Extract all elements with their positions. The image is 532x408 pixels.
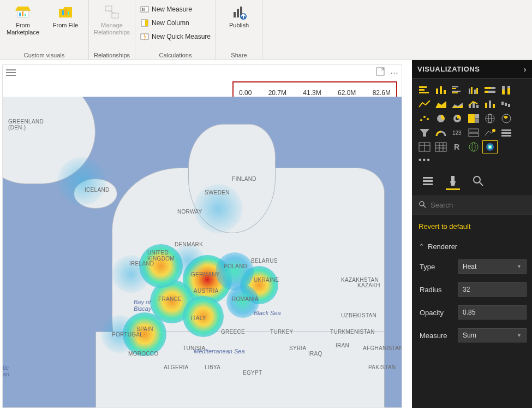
viz-waterfall-icon[interactable] bbox=[499, 98, 513, 110]
measure-dropdown[interactable]: Sum ▼ bbox=[458, 328, 527, 342]
viz-map-icon[interactable] bbox=[483, 113, 497, 125]
viz-multi-card-icon[interactable] bbox=[467, 127, 481, 139]
from-file-button[interactable]: From File bbox=[46, 2, 85, 30]
svg-rect-38 bbox=[485, 91, 488, 93]
viz-gauge-icon[interactable] bbox=[434, 127, 448, 139]
svg-rect-32 bbox=[471, 87, 473, 94]
canvas-area: ⋯ 0.00 20.7M 41.3M 62.0M 82.6M bbox=[0, 60, 412, 408]
svg-rect-44 bbox=[473, 102, 475, 108]
viz-stacked-column-icon[interactable] bbox=[434, 84, 448, 96]
more-options-icon[interactable]: ⋯ bbox=[390, 68, 398, 78]
viz-placeholder4-icon[interactable] bbox=[516, 127, 530, 139]
format-tab-icon[interactable] bbox=[447, 175, 459, 187]
opacity-value: 0.85 bbox=[463, 309, 475, 316]
viz-clustered-column-icon[interactable] bbox=[467, 84, 481, 96]
viz-scatter-icon[interactable] bbox=[417, 113, 432, 125]
map-label: GREECE bbox=[221, 329, 245, 335]
viz-line-column-icon[interactable] bbox=[467, 98, 481, 110]
group-label-share: Share bbox=[219, 51, 259, 58]
measure-icon bbox=[140, 5, 149, 14]
new-quick-measure-button[interactable]: New Quick Measure bbox=[139, 31, 212, 43]
viz-table-icon[interactable] bbox=[417, 141, 432, 153]
viz-placeholder-icon[interactable] bbox=[516, 84, 530, 96]
svg-rect-31 bbox=[469, 88, 470, 94]
map-label: TURKEY bbox=[270, 329, 293, 335]
viz-ribbon-icon[interactable] bbox=[483, 98, 497, 110]
visualizations-header[interactable]: VISUALIZATIONS › bbox=[412, 60, 532, 79]
viz-card-icon[interactable]: 123 bbox=[450, 127, 464, 139]
type-dropdown[interactable]: Heat ▼ bbox=[458, 259, 527, 274]
viz-100-stacked-bar-icon[interactable] bbox=[483, 84, 497, 96]
opacity-input[interactable]: 0.85 bbox=[458, 305, 527, 320]
legend-tick: 20.7M bbox=[268, 89, 286, 97]
map-label: SWEDEN bbox=[205, 190, 230, 196]
viz-r-icon[interactable]: R bbox=[450, 141, 464, 153]
viz-placeholder3-icon[interactable] bbox=[516, 113, 530, 125]
workspace: ⋯ 0.00 20.7M 41.3M 62.0M 82.6M bbox=[0, 60, 532, 408]
legend-tick: 0.00 bbox=[239, 89, 252, 97]
map-label: AUSTRIA bbox=[194, 288, 218, 294]
publish-label: Publish bbox=[229, 22, 249, 29]
map-label: IRELAND bbox=[129, 261, 154, 267]
viz-area-icon[interactable] bbox=[434, 98, 448, 110]
svg-rect-12 bbox=[144, 8, 145, 11]
search-input[interactable] bbox=[431, 201, 525, 209]
svg-rect-21 bbox=[419, 86, 427, 88]
section-renderer[interactable]: ⌃ Renderer bbox=[412, 238, 532, 255]
viz-kpi-icon[interactable] bbox=[483, 127, 497, 139]
analytics-tab-icon[interactable] bbox=[472, 175, 484, 187]
new-quick-measure-label: New Quick Measure bbox=[152, 33, 211, 40]
viz-arcgis-icon[interactable] bbox=[467, 141, 481, 153]
prop-opacity: Opacity 0.85 bbox=[412, 301, 532, 324]
publish-button[interactable]: Publish bbox=[219, 2, 259, 30]
viz-stacked-area-icon[interactable] bbox=[450, 98, 464, 110]
viz-custom-heatmap-icon[interactable] bbox=[483, 141, 497, 153]
map-visual-frame[interactable]: ⋯ 0.00 20.7M 41.3M 62.0M 82.6M bbox=[2, 64, 402, 408]
viz-pie-icon[interactable] bbox=[434, 113, 448, 125]
sea-label: Black Sea bbox=[254, 310, 281, 316]
new-column-button[interactable]: New Column bbox=[139, 17, 212, 29]
viz-100-stacked-column-icon[interactable] bbox=[499, 84, 513, 96]
fields-tab-icon[interactable] bbox=[422, 175, 434, 187]
svg-point-90 bbox=[474, 176, 480, 183]
svg-rect-60 bbox=[475, 119, 479, 123]
svg-rect-26 bbox=[444, 90, 446, 94]
svg-point-85 bbox=[489, 146, 491, 148]
viz-more-icon[interactable]: ••• bbox=[412, 155, 532, 168]
viz-treemap-icon[interactable] bbox=[467, 113, 481, 125]
viz-matrix-icon[interactable] bbox=[434, 141, 448, 153]
svg-rect-23 bbox=[419, 92, 429, 93]
from-marketplace-button[interactable]: From Marketplace bbox=[3, 2, 43, 37]
svg-rect-59 bbox=[475, 114, 479, 119]
viz-funnel-icon[interactable] bbox=[417, 127, 432, 139]
svg-rect-34 bbox=[476, 88, 478, 94]
manage-relationships-button[interactable]: Manage Relationships bbox=[92, 2, 131, 37]
viz-placeholder2-icon[interactable] bbox=[516, 98, 530, 110]
new-measure-button[interactable]: New Measure bbox=[139, 3, 212, 15]
svg-rect-71 bbox=[501, 135, 511, 137]
viz-donut-icon[interactable] bbox=[450, 113, 464, 125]
map-label: TURKMENISTAN bbox=[330, 329, 375, 335]
ribbon-group-custom-visuals: From Marketplace From File Custom visual… bbox=[0, 0, 89, 60]
focus-mode-icon[interactable] bbox=[376, 67, 385, 78]
hamburger-icon[interactable] bbox=[6, 69, 16, 76]
viz-slicer-icon[interactable] bbox=[499, 127, 513, 139]
group-label-custom-visuals: Custom visuals bbox=[3, 51, 85, 58]
svg-point-53 bbox=[423, 116, 426, 118]
viz-line-icon[interactable] bbox=[417, 98, 432, 110]
svg-rect-70 bbox=[501, 132, 511, 134]
viz-filled-map-icon[interactable] bbox=[499, 113, 513, 125]
legend-tick: 41.3M bbox=[303, 89, 321, 97]
heatmap-canvas[interactable]: GREENLAND (DEN.) ICELAND NORWAY SWEDEN F… bbox=[3, 97, 402, 407]
revert-to-default-link[interactable]: Revert to default bbox=[412, 215, 532, 238]
svg-rect-1 bbox=[19, 13, 21, 16]
svg-text:123: 123 bbox=[452, 130, 462, 136]
viz-clustered-bar-icon[interactable] bbox=[450, 84, 464, 96]
map-label: PAKISTAN bbox=[368, 364, 396, 370]
svg-rect-14 bbox=[145, 20, 148, 26]
radius-input[interactable]: 32 bbox=[458, 282, 527, 297]
group-label-relationships: Relationships bbox=[92, 51, 131, 58]
svg-rect-48 bbox=[493, 104, 495, 108]
map-label: UZBEKISTAN bbox=[341, 312, 376, 318]
viz-stacked-bar-icon[interactable] bbox=[417, 84, 432, 96]
